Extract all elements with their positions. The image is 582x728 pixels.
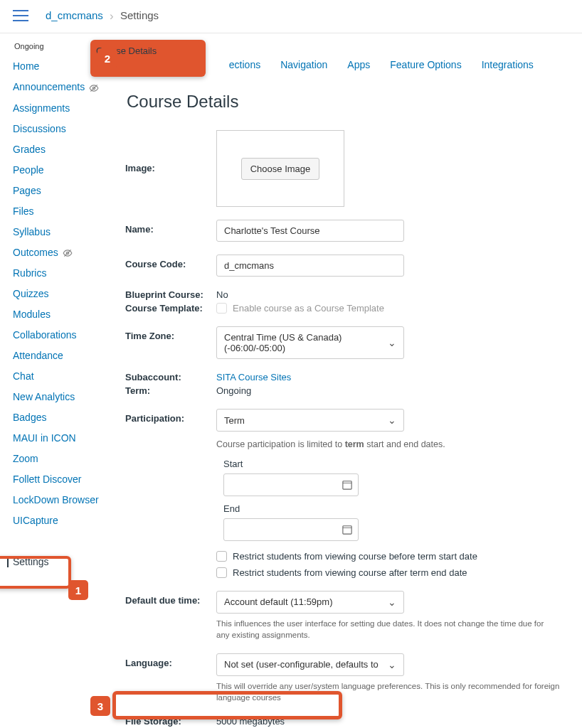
sidebar-item-attendance[interactable]: Attendance xyxy=(13,350,112,361)
participation-select-value: Term xyxy=(224,415,245,426)
chevron-down-icon: ⌄ xyxy=(388,596,396,608)
sidebar-item-modules[interactable]: Modules xyxy=(13,309,112,320)
chevron-down-icon: ⌄ xyxy=(388,659,396,670)
sidebar-item-link[interactable]: Modules xyxy=(13,309,51,320)
hidden-eye-icon xyxy=(89,83,99,93)
breadcrumb-page: Settings xyxy=(120,9,159,21)
chevron-down-icon: ⌄ xyxy=(388,337,396,348)
label-subaccount: Subaccount: xyxy=(125,372,216,382)
annotation-callout-2: 2 Course Details xyxy=(90,40,206,77)
sidebar-item-maui-in-icon[interactable]: MAUI in ICON xyxy=(13,432,112,444)
restrict-before-label: Restrict students from viewing course be… xyxy=(233,551,477,562)
restrict-after-checkbox[interactable] xyxy=(216,567,227,578)
sidebar-item-outcomes[interactable]: Outcomes xyxy=(13,247,112,259)
sidebar-item-rubrics[interactable]: Rubrics xyxy=(13,267,112,279)
sidebar-item-link[interactable]: Zoom xyxy=(13,453,38,464)
sidebar-item-zoom[interactable]: Zoom xyxy=(13,453,112,464)
page-title: Course Details xyxy=(127,92,582,112)
sidebar-item-link[interactable]: UICapture xyxy=(13,515,58,526)
default-due-value: Account default (11:59pm) xyxy=(224,596,332,607)
subaccount-link[interactable]: SITA Course Sites xyxy=(216,372,291,382)
course-name-input[interactable] xyxy=(216,220,404,242)
sidebar-item-link[interactable]: New Analytics xyxy=(13,391,75,402)
breadcrumb: d_cmcmans › Settings xyxy=(46,9,159,23)
timezone-select[interactable]: Central Time (US & Canada) (-06:00/-05:0… xyxy=(216,326,404,359)
breadcrumb-course-link[interactable]: d_cmcmans xyxy=(46,9,103,21)
svg-rect-4 xyxy=(343,481,351,488)
end-date-input[interactable] xyxy=(223,518,359,541)
tab-feature-options[interactable]: Feature Options xyxy=(390,59,461,70)
term-value: Ongoing xyxy=(216,385,562,396)
sidebar-item-link[interactable]: MAUI in ICON xyxy=(13,432,76,444)
sidebar-item-discussions[interactable]: Discussions xyxy=(13,123,112,134)
default-due-helper: This influences the user interface for s… xyxy=(216,618,551,641)
course-image-placeholder: Choose Image xyxy=(216,130,344,207)
sidebar-item-badges[interactable]: Badges xyxy=(13,412,112,423)
sidebar-item-assignments[interactable]: Assignments xyxy=(13,102,112,114)
tab-apps[interactable]: Apps xyxy=(347,59,370,70)
label-name: Name: xyxy=(125,220,216,235)
sidebar-item-files[interactable]: Files xyxy=(13,205,112,217)
default-due-select[interactable]: Account default (11:59pm) ⌄ xyxy=(216,591,404,614)
sidebar-item-link[interactable]: Follett Discover xyxy=(13,473,81,485)
sidebar-item-link[interactable]: Rubrics xyxy=(13,267,46,279)
label-template: Course Template: xyxy=(125,303,216,314)
sidebar-item-link[interactable]: Pages xyxy=(13,185,41,196)
annotation-number-1: 1 xyxy=(68,580,88,600)
sidebar-item-link[interactable]: Attendance xyxy=(13,350,63,361)
choose-image-button[interactable]: Choose Image xyxy=(241,158,320,180)
restrict-before-checkbox[interactable] xyxy=(216,551,227,562)
tab-sections[interactable]: ections xyxy=(229,59,260,70)
sidebar-item-link[interactable]: Quizzes xyxy=(13,288,49,299)
sidebar-item-lockdown-browser[interactable]: LockDown Browser xyxy=(13,494,112,505)
sidebar-item-link[interactable]: People xyxy=(13,164,44,176)
label-timezone: Time Zone: xyxy=(125,326,216,341)
sidebar-item-link[interactable]: Badges xyxy=(13,412,46,423)
label-default-due: Default due time: xyxy=(125,591,216,606)
tab-integrations[interactable]: Integrations xyxy=(482,59,534,70)
label-image: Image: xyxy=(125,130,216,173)
menu-toggle-button[interactable] xyxy=(13,10,28,21)
tab-navigation[interactable]: Navigation xyxy=(280,59,327,70)
sidebar-item-link[interactable]: Outcomes xyxy=(13,247,58,258)
restrict-before-checkbox-row[interactable]: Restrict students from viewing course be… xyxy=(216,551,562,562)
participation-select[interactable]: Term ⌄ xyxy=(216,409,404,432)
sidebar-item-follett-discover[interactable]: Follett Discover xyxy=(13,473,112,485)
language-select[interactable]: Not set (user-configurable, defaults to … xyxy=(216,653,404,676)
settings-main: Course Details ections Navigation Apps F… xyxy=(112,33,582,728)
start-date-label: Start xyxy=(223,459,562,469)
course-code-input[interactable] xyxy=(216,255,404,277)
blueprint-value: No xyxy=(216,289,562,300)
restrict-after-checkbox-row[interactable]: Restrict students from viewing course af… xyxy=(216,567,562,578)
sidebar-item-link[interactable]: Announcements xyxy=(13,81,85,92)
label-course-code: Course Code: xyxy=(125,255,216,269)
sidebar-item-link[interactable]: Home xyxy=(13,60,39,72)
sidebar-item-collaborations[interactable]: Collaborations xyxy=(13,329,112,341)
sidebar-item-link[interactable]: Collaborations xyxy=(13,329,77,341)
sidebar-item-announcements[interactable]: Announcements xyxy=(13,81,112,93)
label-participation: Participation: xyxy=(125,409,216,424)
sidebar-item-syllabus[interactable]: Syllabus xyxy=(13,226,112,237)
sidebar-item-link[interactable]: Syllabus xyxy=(13,226,51,237)
label-blueprint: Blueprint Course: xyxy=(125,289,216,300)
course-template-checkbox-row: Enable course as a Course Template xyxy=(216,303,562,314)
restrict-after-label: Restrict students from viewing course af… xyxy=(233,567,467,578)
sidebar-item-quizzes[interactable]: Quizzes xyxy=(13,288,112,299)
sidebar-item-link[interactable]: Files xyxy=(13,205,34,217)
sidebar-item-people[interactable]: People xyxy=(13,164,112,176)
sidebar-item-new-analytics[interactable]: New Analytics xyxy=(13,391,112,402)
sidebar-item-pages[interactable]: Pages xyxy=(13,185,112,196)
breadcrumb-separator-icon: › xyxy=(110,9,114,23)
sidebar-item-link[interactable]: Grades xyxy=(13,144,46,155)
sidebar-item-link[interactable]: Discussions xyxy=(13,123,66,134)
start-date-input[interactable] xyxy=(223,473,359,496)
course-nav-sidebar: Ongoing HomeAnnouncementsAssignmentsDisc… xyxy=(0,33,112,728)
sidebar-item-link[interactable]: Chat xyxy=(13,370,34,382)
sidebar-item-chat[interactable]: Chat xyxy=(13,370,112,382)
sidebar-item-uicapture[interactable]: UICapture xyxy=(13,515,112,526)
sidebar-item-link[interactable]: Assignments xyxy=(13,102,70,114)
annotation-callout-3: 3 xyxy=(112,691,342,719)
sidebar-item-link[interactable]: LockDown Browser xyxy=(13,494,99,505)
hidden-eye-icon xyxy=(63,248,73,258)
sidebar-item-grades[interactable]: Grades xyxy=(13,144,112,155)
